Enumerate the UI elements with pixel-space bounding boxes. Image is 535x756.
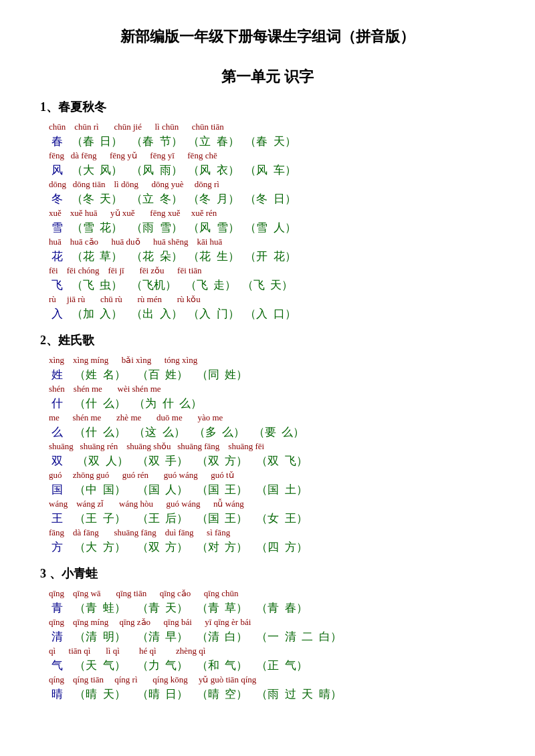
pinyin-text-0-0: chūn chūn rì chūn jié lì chūn chūn tiān xyxy=(40,122,495,132)
lesson-title-lesson1: 1、春夏秋冬 xyxy=(40,99,495,115)
pinyin-row-1-2: me shén me zhè me duō me yào me xyxy=(40,412,495,423)
char-row-0-2: 冬 （冬 天） （立 冬） （冬 月） （冬 日） xyxy=(40,191,495,207)
char-text-0-0: 春 （春 日） （春 节） （立 春） （春 天） xyxy=(40,134,495,149)
pinyin-row-0-0: chūn chūn rì chūn jié lì chūn chūn tiān xyxy=(40,122,495,132)
pinyin-row-1-5: wáng wáng zǐ wáng hòu guó wáng nǚ wáng xyxy=(40,499,495,509)
char-row-2-0: 青 （青 蛙） （青 天） （青 草） （青 春） xyxy=(40,600,495,616)
lesson-lesson3: 3 、小青蛙 qīng qīng wā qīng tiān qīng cǎo q… xyxy=(40,565,495,702)
pinyin-row-1-1: shén shén me wèi shén me xyxy=(40,384,495,394)
char-row-2-3: 晴 （晴 天） （晴 日） （晴 空） （雨 过 天 晴） xyxy=(40,686,495,702)
char-row-1-0: 姓 （姓 名） （百 姓） （同 姓） xyxy=(40,367,495,382)
lesson-lesson2: 2、姓氏歌 xìng xìng míng bǎi xìng tóng xìng … xyxy=(40,332,495,555)
pinyin-text-0-1: fēng dà fēng fēng yǔ fēng yī fēng chē xyxy=(40,150,495,161)
pinyin-row-2-1: qīng qīng míng qīng zǎo qīng bái yī qīng… xyxy=(40,617,495,628)
pinyin-row-1-6: fāng dà fāng shuāng fāng duì fāng sì fān… xyxy=(40,527,495,538)
char-text-1-2: 么 （什 么） （这 么） （多 么） （要 么） xyxy=(40,424,495,440)
main-title: 新部编版一年级下册每课生字组词（拼音版） xyxy=(40,27,495,47)
char-text-2-1: 清 （清 明） （清 早） （清 白） （一 清 二 白） xyxy=(40,629,495,644)
pinyin-text-0-4: huā huā cǎo huā duǒ huā shēng kāi huā xyxy=(40,237,495,247)
pinyin-row-2-3: qíng qíng tiān qíng rì qíng kōng yǔ guò … xyxy=(40,674,495,685)
char-text-1-0: 姓 （姓 名） （百 姓） （同 姓） xyxy=(40,367,495,382)
char-text-1-1: 什 （什 么） （为 什 么） xyxy=(40,396,495,411)
lesson-title-lesson3: 3 、小青蛙 xyxy=(40,565,495,582)
char-row-1-3: 双 （双 人） （双 手） （双 方） （双 飞） xyxy=(40,453,495,469)
pinyin-row-0-2: dōng dōng tiān lì dōng dōng yuè dōng rì xyxy=(40,179,495,190)
pinyin-text-0-6: rù jiā rù chū rù rù mén rù kǒu xyxy=(40,294,495,305)
char-row-0-6: 入 （加 入） （出 入） （入 门） （入 口） xyxy=(40,306,495,322)
char-row-0-3: 雪 （雪 花） （雨 雪） （风 雪） （雪 人） xyxy=(40,220,495,235)
pinyin-text-1-0: xìng xìng míng bǎi xìng tóng xìng xyxy=(40,355,495,366)
char-text-2-0: 青 （青 蛙） （青 天） （青 草） （青 春） xyxy=(40,600,495,616)
pinyin-text-2-2: qì tiān qì lì qì hé qì zhèng qì xyxy=(40,646,495,656)
lesson-title-lesson2: 2、姓氏歌 xyxy=(40,332,495,348)
char-text-0-1: 风 （大 风） （风 雨） （风 衣） （风 车） xyxy=(40,162,495,178)
pinyin-row-0-6: rù jiā rù chū rù rù mén rù kǒu xyxy=(40,294,495,305)
pinyin-text-1-4: guó zhōng guó guó rén guó wáng guó tǔ xyxy=(40,470,495,481)
pinyin-row-0-5: fēi fēi chóng fēi jī fēi zǒu fēi tiān xyxy=(40,265,495,276)
pinyin-row-1-4: guó zhōng guó guó rén guó wáng guó tǔ xyxy=(40,470,495,481)
char-row-1-6: 方 （大 方） （双 方） （对 方） （四 方） xyxy=(40,539,495,555)
char-text-0-4: 花 （花 草） （花 朵） （花 生） （开 花） xyxy=(40,249,495,264)
char-row-0-5: 飞 （飞 虫） （飞机） （飞 走） （飞 天） xyxy=(40,277,495,293)
unit-title: 第一单元 识字 xyxy=(40,67,495,87)
lesson-lesson1: 1、春夏秋冬 chūn chūn rì chūn jié lì chūn chū… xyxy=(40,99,495,322)
pinyin-text-2-3: qíng qíng tiān qíng rì qíng kōng yǔ guò … xyxy=(40,674,495,685)
pinyin-text-0-3: xuě xuě huā yǔ xuě fēng xuě xuě rén xyxy=(40,208,495,219)
pinyin-text-1-6: fāng dà fāng shuāng fāng duì fāng sì fān… xyxy=(40,527,495,538)
char-row-0-1: 风 （大 风） （风 雨） （风 衣） （风 车） xyxy=(40,162,495,178)
char-text-0-2: 冬 （冬 天） （立 冬） （冬 月） （冬 日） xyxy=(40,191,495,207)
char-text-0-6: 入 （加 入） （出 入） （入 门） （入 口） xyxy=(40,306,495,322)
pinyin-text-1-5: wáng wáng zǐ wáng hòu guó wáng nǚ wáng xyxy=(40,499,495,509)
pinyin-row-0-4: huā huā cǎo huā duǒ huā shēng kāi huā xyxy=(40,237,495,247)
char-row-1-5: 王 （王 子） （王 后） （国 王） （女 王） xyxy=(40,511,495,526)
pinyin-text-1-2: me shén me zhè me duō me yào me xyxy=(40,412,495,423)
pinyin-text-0-2: dōng dōng tiān lì dōng dōng yuè dōng rì xyxy=(40,179,495,190)
char-text-1-6: 方 （大 方） （双 方） （对 方） （四 方） xyxy=(40,539,495,555)
pinyin-row-0-1: fēng dà fēng fēng yǔ fēng yī fēng chē xyxy=(40,150,495,161)
char-text-1-5: 王 （王 子） （王 后） （国 王） （女 王） xyxy=(40,511,495,526)
pinyin-text-1-1: shén shén me wèi shén me xyxy=(40,384,495,394)
char-row-0-0: 春 （春 日） （春 节） （立 春） （春 天） xyxy=(40,134,495,149)
pinyin-row-1-0: xìng xìng míng bǎi xìng tóng xìng xyxy=(40,355,495,366)
char-text-2-2: 气 （天 气） （力 气） （和 气） （正 气） xyxy=(40,658,495,673)
char-text-0-5: 飞 （飞 虫） （飞机） （飞 走） （飞 天） xyxy=(40,277,495,293)
char-row-1-2: 么 （什 么） （这 么） （多 么） （要 么） xyxy=(40,424,495,440)
pinyin-row-0-3: xuě xuě huā yǔ xuě fēng xuě xuě rén xyxy=(40,208,495,219)
char-row-0-4: 花 （花 草） （花 朵） （花 生） （开 花） xyxy=(40,249,495,264)
pinyin-row-2-0: qīng qīng wā qīng tiān qīng cǎo qīng chū… xyxy=(40,588,495,599)
char-text-0-3: 雪 （雪 花） （雨 雪） （风 雪） （雪 人） xyxy=(40,220,495,235)
char-text-1-4: 国 （中 国） （国 人） （国 王） （国 土） xyxy=(40,482,495,497)
pinyin-text-2-0: qīng qīng wā qīng tiān qīng cǎo qīng chū… xyxy=(40,588,495,599)
char-text-1-3: 双 （双 人） （双 手） （双 方） （双 飞） xyxy=(40,453,495,469)
char-row-1-1: 什 （什 么） （为 什 么） xyxy=(40,396,495,411)
char-row-2-1: 清 （清 明） （清 早） （清 白） （一 清 二 白） xyxy=(40,629,495,644)
pinyin-text-1-3: shuāng shuāng rén shuāng shǒu shuāng fān… xyxy=(40,441,495,452)
pinyin-row-1-3: shuāng shuāng rén shuāng shǒu shuāng fān… xyxy=(40,441,495,452)
char-text-2-3: 晴 （晴 天） （晴 日） （晴 空） （雨 过 天 晴） xyxy=(40,686,495,702)
pinyin-text-2-1: qīng qīng míng qīng zǎo qīng bái yī qīng… xyxy=(40,617,495,628)
pinyin-row-2-2: qì tiān qì lì qì hé qì zhèng qì xyxy=(40,646,495,656)
char-row-1-4: 国 （中 国） （国 人） （国 王） （国 土） xyxy=(40,482,495,497)
pinyin-text-0-5: fēi fēi chóng fēi jī fēi zǒu fēi tiān xyxy=(40,265,495,276)
char-row-2-2: 气 （天 气） （力 气） （和 气） （正 气） xyxy=(40,658,495,673)
